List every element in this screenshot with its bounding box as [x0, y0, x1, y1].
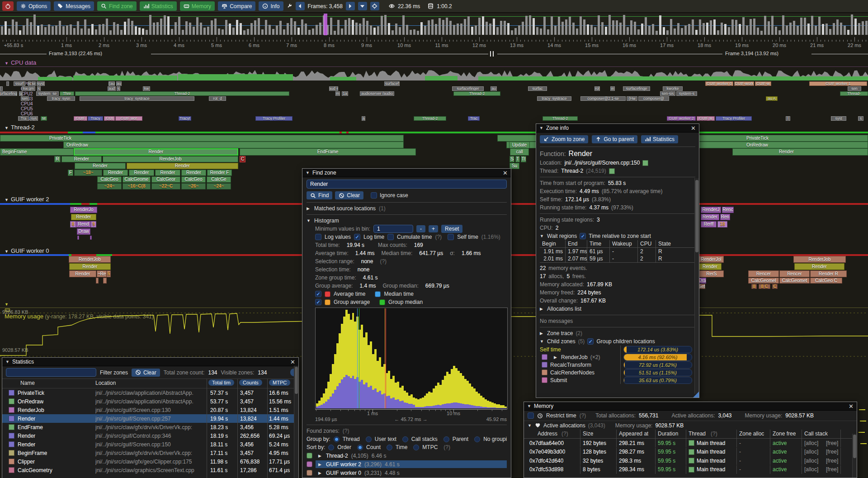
- timeline-zone[interactable]: surfacefinger: [452, 86, 484, 91]
- col-total-time-button[interactable]: Total tim: [208, 379, 234, 386]
- timeline-zone[interactable]: sys: [30, 116, 38, 121]
- power-button[interactable]: [2, 1, 14, 11]
- timeline-zone[interactable]: surfac: [528, 86, 547, 91]
- timeline-zone[interactable]: Thread-2: [414, 116, 446, 121]
- timeline-zone[interactable]: GUIF: [74, 116, 87, 121]
- timeline-zone[interactable]: [90, 236, 92, 240]
- restrict-time-checkbox[interactable]: [528, 412, 534, 419]
- timeline-zone[interactable]: ~16~C(8: [123, 183, 151, 189]
- timeline-zone[interactable]: PrivateTick: [0, 135, 404, 142]
- filter-zones-input[interactable]: [6, 368, 96, 377]
- child-zone-row[interactable]: Self time172.14 us (3.83%): [540, 345, 695, 353]
- timeline-zone[interactable]: rol: [594, 86, 600, 91]
- statistics-table-row[interactable]: Renderjni/../jni/src/guif/Screen.cpp:257…: [2, 414, 298, 423]
- next-frame-button[interactable]: [346, 2, 355, 10]
- statistics-scrollbar[interactable]: [294, 366, 298, 478]
- go-to-parent-button[interactable]: Go to parent: [592, 135, 637, 143]
- timeline-zone[interactable]: surfacefinge: [623, 86, 650, 91]
- clear-filter-button[interactable]: Clear: [132, 369, 160, 377]
- timeline-zone[interactable]: BeginFrame: [0, 148, 74, 156]
- close-icon[interactable]: ✕: [290, 359, 295, 365]
- zone-location[interactable]: jni/../jni/src/guif/Screen.cpp:150: [565, 160, 640, 166]
- statistics-table-row[interactable]: OnRedrawjni/../jni/src/claw/application/…: [2, 397, 298, 406]
- cpu-data-section-header[interactable]: ▼CPU data: [5, 59, 36, 66]
- timeline-zone[interactable]: Draw: [77, 228, 90, 235]
- timeline-zone[interactable]: GUIF-work: [734, 81, 754, 86]
- timeline-zone[interactable]: composer@2.1-se: [580, 96, 626, 101]
- timeline-zone[interactable]: GUIF w: [697, 116, 715, 121]
- group-children-checkbox[interactable]: ✓: [587, 338, 594, 345]
- timeline-zone[interactable]: R: [54, 156, 61, 162]
- timeline-zone[interactable]: CalcGe: [207, 176, 231, 183]
- timeline-zone[interactable]: Tra: [18, 116, 29, 121]
- timeline-zone[interactable]: composer@: [638, 96, 669, 101]
- timeline-zone[interactable]: a: [362, 116, 365, 121]
- timeline-zone[interactable]: au A: [766, 96, 778, 101]
- timeline-zone[interactable]: Render: [732, 148, 868, 156]
- radio-no-grouping[interactable]: [474, 436, 480, 442]
- statistics-button[interactable]: Statistics: [641, 135, 678, 143]
- timeline-zone[interactable]: Render R: [810, 270, 847, 277]
- timeline-zone[interactable]: CalcGeomet: [779, 278, 810, 284]
- selected-frame-marker[interactable]: [324, 14, 327, 35]
- timeline-zone[interactable]: 18: [717, 221, 727, 227]
- memory-col-size[interactable]: Size: [583, 431, 593, 437]
- timeline-zone[interactable]: sen: [848, 86, 861, 91]
- found-zone-group[interactable]: ▶GUIF worker 0(3,231)4.48 s: [307, 469, 507, 477]
- alloc-callstack-alloc[interactable]: [alloc]: [804, 440, 818, 446]
- timeline-zone[interactable]: ~Re: [97, 270, 107, 277]
- option-checkbox[interactable]: [448, 234, 454, 240]
- timeline-zone[interactable]: 8 C: [759, 284, 770, 289]
- timeline-zone[interactable]: aud s: [329, 86, 338, 91]
- frame-separators[interactable]: Frame 3,193 (22.45 ms)Frame 3,194 (13.92…: [0, 51, 868, 57]
- statistics-table-row[interactable]: CalcGeometryjni/../jni/src/claw/graphics…: [2, 466, 298, 474]
- timeline-ruler[interactable]: [0, 36, 868, 42]
- close-icon[interactable]: ✕: [691, 125, 696, 131]
- alloc-callstack-alloc[interactable]: [alloc]: [804, 466, 818, 473]
- memory-col-zone-alloc[interactable]: Zone alloc: [739, 431, 764, 437]
- timeline-zone[interactable]: sen-sis: [660, 91, 675, 96]
- time-relative-checkbox[interactable]: ✓: [580, 233, 586, 239]
- timeline-zone[interactable]: Render: [181, 170, 206, 176]
- min-bin-input[interactable]: [373, 225, 413, 233]
- memory-button[interactable]: Memory: [180, 1, 215, 11]
- timeline-zone[interactable]: Render: [74, 148, 238, 156]
- timeline-zone[interactable]: Tracy!: [179, 116, 191, 121]
- timeline-zone[interactable]: RenderJob: [103, 156, 238, 162]
- timeline-zone[interactable]: Rerff: [701, 221, 717, 227]
- found-zone-group[interactable]: ▶Thread-2(4,105)6.46 s: [307, 451, 507, 460]
- timeline-zone[interactable]: se: [32, 81, 36, 86]
- timeline-zone[interactable]: 8: [70, 221, 76, 227]
- timeline-zone[interactable]: kworke: [663, 86, 683, 91]
- timeline-zone[interactable]: (Hw: [627, 96, 637, 101]
- timeline-zone[interactable]: tracy_systrace: [80, 96, 194, 101]
- timeline-zone[interactable]: C: [772, 284, 778, 289]
- timeline-zone[interactable]: RenderJol: [698, 256, 724, 263]
- timeline-zone[interactable]: 8: [751, 284, 757, 289]
- wait-table-row[interactable]: 2.01 ms2.07 ms59 µs-2R: [540, 255, 695, 262]
- timeline-zone[interactable]: Thre: [60, 91, 74, 96]
- timeline-zone[interactable]: F: [68, 170, 73, 176]
- timeline-zone[interactable]: GUIF-w: [755, 81, 771, 86]
- col-mtpc-button[interactable]: MTPC: [269, 379, 290, 386]
- child-zone-row[interactable]: ▶RenderJob(×2)4.16 ms (92.60%): [540, 353, 695, 361]
- zone-thread[interactable]: Thread-2: [561, 168, 583, 174]
- find-zone-search-input[interactable]: [307, 180, 507, 189]
- timeline-zone[interactable]: RenderJo: [70, 207, 97, 213]
- timeline-zone[interactable]: Sef: [698, 284, 705, 289]
- option-checkbox[interactable]: [315, 234, 321, 240]
- timeline-zone[interactable]: call: [510, 148, 529, 156]
- option-checkbox[interactable]: ✓: [354, 234, 360, 240]
- statistics-table-row[interactable]: PrivateTickjni/../jni/src/claw/applicati…: [2, 388, 298, 397]
- timeline-zone[interactable]: Render: [69, 270, 96, 277]
- prev-frame-button[interactable]: [296, 2, 305, 10]
- timeline-zone[interactable]: Dra: [698, 278, 706, 284]
- child-zone-row[interactable]: CalcRenderNodes51.51 us (1.15%): [540, 369, 695, 376]
- timeline-zone[interactable]: audioserver /audio: [360, 91, 394, 96]
- memory-table-row[interactable]: 0x7dfaa64e00192 bytes298.21 ms59.95 sMai…: [524, 439, 857, 447]
- timeline-zone[interactable]: Thread-2: [75, 91, 289, 96]
- wait-regions-row[interactable]: ▼Wait regions ✓ Time relative to zone st…: [540, 232, 695, 240]
- find-zone-histogram[interactable]: [315, 308, 508, 409]
- timeline-zone[interactable]: surfacefinge: [0, 91, 17, 96]
- timeline-zone[interactable]: EndFrame: [240, 148, 416, 156]
